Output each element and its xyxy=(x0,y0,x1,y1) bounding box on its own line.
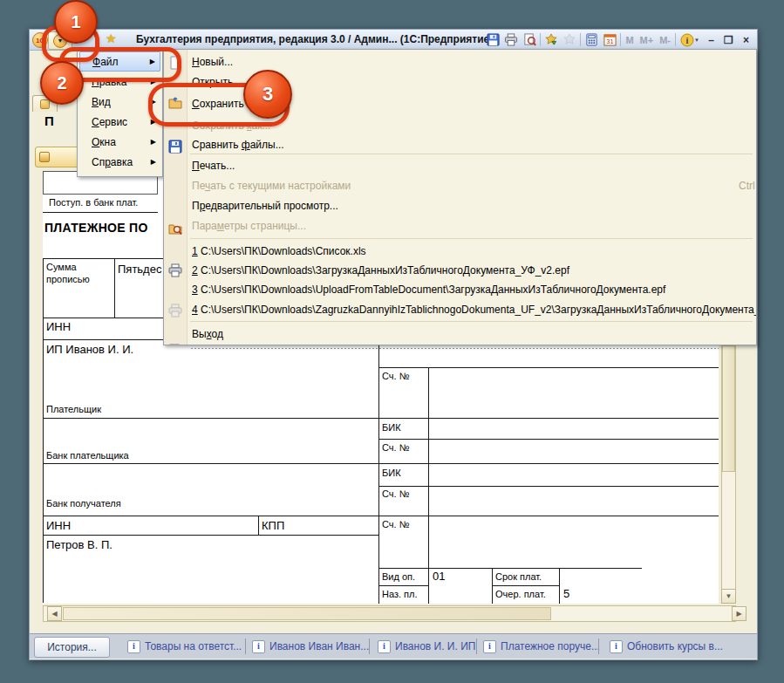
tab-platezhnoe[interactable]: iПлатежное поруче... xyxy=(483,637,600,656)
toolbar-separator xyxy=(675,33,676,46)
inn-label: ИНН xyxy=(46,320,71,333)
memory-mminus-button: M- xyxy=(658,35,672,45)
menu-item-print-current: Печать с текущими настройками Ctrl xyxy=(164,175,756,195)
maximize-button[interactable]: ❒ xyxy=(721,33,736,46)
info-tab-icon: i xyxy=(127,640,140,653)
window-tab-bar: История... iТовары на ответст... iИванов… xyxy=(30,633,757,659)
info-tab-icon: i xyxy=(483,640,496,653)
payer-name: ИП Иванов И. И. xyxy=(46,343,133,356)
kpp-label: КПП xyxy=(262,519,284,532)
save-icon[interactable] xyxy=(485,32,501,47)
shortcut-label: Ctrl xyxy=(739,180,755,192)
print-icon[interactable] xyxy=(503,32,519,47)
menu-windows[interactable]: Окна▶ xyxy=(79,132,160,152)
arrow-down-icon: ▼ xyxy=(726,592,733,600)
tab-obnovit[interactable]: iОбновить курсы в... xyxy=(610,637,723,656)
account-label: Сч. № xyxy=(382,371,409,381)
account-label: Сч. № xyxy=(382,442,409,453)
tab-history[interactable]: История... xyxy=(34,637,110,658)
menu-separator xyxy=(190,154,753,154)
form-button-fragment[interactable] xyxy=(35,147,80,167)
srok-label: Срок плат. xyxy=(495,571,542,582)
tab-label: Товары на ответст... xyxy=(145,640,242,652)
form-title-fragment: П xyxy=(44,113,54,128)
tab-ivanov-ivan[interactable]: iИванов Иван Иван... xyxy=(252,637,369,656)
menu-separator xyxy=(190,238,753,239)
minimize-button[interactable]: – xyxy=(704,33,719,46)
app-window: 1С ▼ ★ Бухгалтерия предприятия, редакция… xyxy=(29,29,758,660)
scroll-down-button[interactable]: ▼ xyxy=(721,589,736,604)
ocher-value: 5 xyxy=(563,587,569,600)
bik-label: БИК xyxy=(382,422,401,433)
svg-text:i: i xyxy=(686,36,689,45)
submenu-arrow-icon: ▶ xyxy=(151,138,156,146)
tab-tovary[interactable]: iТовары на ответст... xyxy=(127,637,242,656)
menu-item-recent-3[interactable]: 3 C:\Users\ПК\Downloads\UploadFromTableD… xyxy=(164,279,756,299)
vertical-scrollbar-thumb[interactable] xyxy=(722,345,735,472)
add-favorite-icon[interactable] xyxy=(543,32,559,47)
tab-label: Платежное поруче... xyxy=(501,640,600,652)
favorites-star-icon[interactable]: ★ xyxy=(106,31,117,45)
tab-ivanov-ip[interactable]: iИванов И. И. ИП xyxy=(378,637,475,656)
toolbar-separator xyxy=(580,33,581,46)
menu-item-print[interactable]: Печать... xyxy=(164,155,756,175)
tab-label: Обновить курсы в... xyxy=(627,640,723,652)
window-title: Бухгалтерия предприятия, редакция 3.0 / … xyxy=(136,33,493,45)
menu-separator xyxy=(190,321,753,322)
toolbar-separator xyxy=(620,33,621,46)
payee-bank-label: Банк получателя xyxy=(46,498,121,509)
tab-divider xyxy=(598,639,599,654)
scroll-left-button[interactable]: ◀ xyxy=(47,606,62,621)
tab-label: Иванов И. И. ИП xyxy=(395,640,475,652)
menu-service[interactable]: Сервис▶ xyxy=(79,112,160,132)
arrow-right-icon: ▶ xyxy=(736,610,741,618)
arrow-left-icon: ◀ xyxy=(51,610,57,618)
naz-pl-label: Наз. пл. xyxy=(382,589,418,599)
menu-item-compare[interactable]: Сравнить файлы... xyxy=(164,134,756,154)
menu-item-recent-2[interactable]: 2 C:\Users\ПК\Downloads\ЗагрузкаДанныхИз… xyxy=(164,260,756,280)
account-label: Сч. № xyxy=(382,519,409,529)
calendar-icon[interactable]: 31 xyxy=(602,32,617,47)
svg-text:31: 31 xyxy=(606,38,613,45)
summa-value: Пятьдес xyxy=(118,263,161,276)
toolbar-separator xyxy=(540,33,541,46)
menu-item-new[interactable]: Новый... xyxy=(164,51,756,72)
calculator-icon[interactable] xyxy=(583,32,599,47)
menu-help[interactable]: Справка▶ xyxy=(79,152,160,172)
desktop: 1С ▼ ★ Бухгалтерия предприятия, редакция… xyxy=(0,0,784,683)
payer-label: Плательщик xyxy=(46,404,101,414)
tab-label: Иванов Иван Иван... xyxy=(269,640,369,652)
bik-label: БИК xyxy=(382,468,401,478)
document-title: ПЛАТЕЖНОЕ ПО xyxy=(44,221,148,235)
menu-item-preview[interactable]: Предварительный просмотр... xyxy=(164,195,756,215)
menu-item-page-setup: Параметры страницы... xyxy=(164,215,756,236)
info-tab-icon: i xyxy=(378,640,391,653)
summa-label: Сумма xyxy=(46,262,77,272)
inn-label: ИНН xyxy=(46,519,71,532)
horizontal-scrollbar-thumb[interactable] xyxy=(63,607,551,620)
vid-op-value: 01 xyxy=(433,570,445,583)
info-icon[interactable]: i ▼ xyxy=(678,32,701,47)
close-button[interactable]: × xyxy=(739,33,753,46)
menu-item-recent-4[interactable]: 4 C:\Users\ПК\Downloads\ZagruzkaDannyihI… xyxy=(164,299,756,319)
memory-mplus-button: M+ xyxy=(638,35,656,45)
title-toolbar: 31 M M+ M- i ▼ – ❒ × xyxy=(485,31,753,48)
scroll-right-button[interactable]: ▶ xyxy=(732,606,747,621)
print-preview-icon[interactable] xyxy=(522,32,537,47)
postup-label: Поступ. в банк плат. xyxy=(49,197,138,208)
tab-divider xyxy=(476,639,477,654)
payer-bank-label: Банк плательщика xyxy=(46,450,129,461)
menu-item-recent-1[interactable]: 1 C:\Users\ПК\Downloads\Список.xls xyxy=(164,241,756,261)
vid-op-label: Вид оп. xyxy=(382,571,415,582)
annotation-step-2: 2 xyxy=(40,61,84,105)
print-preview-icon xyxy=(168,344,182,345)
ocher-label: Очер. плат. xyxy=(495,589,546,599)
tab-divider xyxy=(245,639,246,654)
annotation-step-3: 3 xyxy=(243,70,292,119)
info-tab-icon: i xyxy=(610,640,623,653)
info-dropdown-arrow-icon: ▼ xyxy=(694,38,699,43)
button-icon xyxy=(39,152,50,162)
menu-item-exit[interactable]: Выход xyxy=(164,324,756,344)
favorite-disabled-icon xyxy=(562,32,577,47)
account-label: Сч. № xyxy=(382,488,409,499)
